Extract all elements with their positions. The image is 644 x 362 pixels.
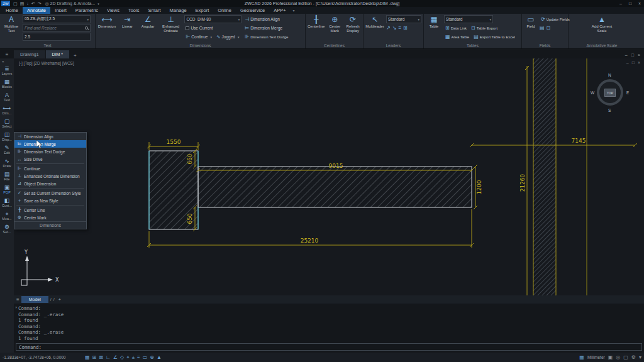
doc-close-button[interactable]: × xyxy=(638,53,640,57)
menu-item-center-mark[interactable]: ⊕ Center Mark xyxy=(14,214,86,221)
sidebar-item-customize[interactable]: ◧ Cust... xyxy=(0,195,14,209)
new-icon[interactable]: ▢ xyxy=(13,1,18,6)
jogged-button[interactable]: ∿ Jogged xyxy=(215,33,241,41)
layout-tab-icon[interactable]: / xyxy=(53,297,55,302)
drawing-canvas[interactable]: 1550 7145 9015 650 xyxy=(14,58,644,295)
dimension-text-dodge-button[interactable]: ⊪ Dimension Text Dodge xyxy=(243,33,303,41)
compass-top-face[interactable]: TOP xyxy=(604,89,616,97)
angular-button[interactable]: ∠ Angular xyxy=(138,15,157,42)
tab-online[interactable]: Online xyxy=(213,7,236,14)
osnap-icon[interactable]: ◇ xyxy=(120,354,124,361)
sidebar-item-select[interactable]: ▢ Select xyxy=(0,116,14,129)
command-close-icon[interactable]: × xyxy=(15,305,18,309)
remove-leader-icon[interactable]: ↘ xyxy=(392,25,397,31)
tab-app-plus[interactable]: APP+ xyxy=(269,7,290,14)
area-table-button[interactable]: ▦ Area Table xyxy=(444,33,470,41)
continue-button[interactable]: ⊩ Continue xyxy=(184,33,213,41)
tab-home[interactable]: Home xyxy=(1,7,23,14)
minimize-button[interactable]: – xyxy=(616,1,625,6)
sidebar-item-display[interactable]: ◫ Disp... xyxy=(0,129,14,143)
sidebar-item-draw[interactable]: ∿ Draw xyxy=(0,156,14,169)
text-height-input[interactable]: 2.5 xyxy=(23,33,91,41)
ortho-icon[interactable]: ∟ xyxy=(106,354,111,361)
doc-maximize-button[interactable]: □ xyxy=(631,53,634,57)
command-input[interactable]: Command: xyxy=(16,343,642,351)
field-button[interactable]: ▭ Field xyxy=(524,15,538,42)
layout-menu-icon[interactable]: ≡ xyxy=(16,297,19,302)
hamburger-menu-icon[interactable]: ≡ xyxy=(0,52,14,58)
use-current-checkbox[interactable]: Use Current xyxy=(184,24,242,32)
sidebar-item-edit[interactable]: ✎ Edit xyxy=(0,143,14,156)
tab-export[interactable]: Export xyxy=(191,7,214,14)
doc-tab-dim[interactable]: DIM * xyxy=(46,50,70,58)
undo-icon[interactable]: ↶ xyxy=(31,1,35,6)
menu-item-size-drive[interactable]: ↔ Size Drive xyxy=(14,155,86,163)
centerline-button[interactable]: ╂ Centerline xyxy=(308,15,325,42)
field-sync-icon[interactable]: ⊡ xyxy=(547,25,551,31)
find-replace-input[interactable]: Find and Replace xyxy=(23,24,91,32)
cycle-icon[interactable]: ⊕ xyxy=(150,354,154,361)
menu-item-continue[interactable]: ⊩ Continue xyxy=(14,165,86,172)
sidebar-item-layers[interactable]: ≣ Layers xyxy=(0,63,14,77)
sidebar-item-dim[interactable]: ⟷ Dim... xyxy=(0,103,14,116)
viewport-controls-label[interactable]: [-] [Top] [2D Wireframe] [WCS] xyxy=(19,61,74,65)
multiline-text-button[interactable]: A Multiline Text xyxy=(2,15,21,42)
tab-manage[interactable]: Manage xyxy=(165,7,191,14)
lineweight-icon[interactable]: ≡ xyxy=(137,354,140,361)
menu-item-object-dimension[interactable]: ⊿ Object Dimension xyxy=(14,180,86,187)
field-settings-icon[interactable]: ▤ xyxy=(540,25,545,31)
collect-leader-icon[interactable]: ⊞ xyxy=(403,25,408,31)
sidebar-item-settings[interactable]: ⚙ Set... xyxy=(0,222,14,235)
doc-minimize-button[interactable]: – xyxy=(625,53,628,57)
sidebar-item-text[interactable]: A Text xyxy=(0,90,14,103)
tab-tools[interactable]: Tools xyxy=(124,7,144,14)
dyn-input-icon[interactable]: ± xyxy=(132,354,135,361)
dimension-button[interactable]: ⟷ Dimension xyxy=(97,15,116,42)
app-logo[interactable]: ZW xyxy=(1,1,10,6)
sidebar-item-blocks[interactable]: ▦ Blocks xyxy=(0,77,14,90)
tab-parametric[interactable]: Parametric xyxy=(71,7,103,14)
viewport-maximize-icon[interactable]: □ xyxy=(632,60,635,65)
settings-icon[interactable]: ⚙ xyxy=(631,354,636,360)
new-tab-button[interactable]: + xyxy=(70,53,80,58)
drawing-viewport[interactable]: [-] [Top] [2D Wireframe] [WCS] – □ × xyxy=(14,58,644,295)
add-current-scale-button[interactable]: ▲ Add Current Scale xyxy=(588,15,616,42)
tab-annotate[interactable]: Annotate xyxy=(23,7,50,14)
menu-item-save-as-new-style[interactable]: + Save as New Style xyxy=(14,197,86,204)
data-link-button[interactable]: ⊞ Data Link xyxy=(444,24,468,32)
menu-item-enhanced-ordinate-dimension[interactable]: ⊥ Enhanced Ordinate Dimension xyxy=(14,172,86,180)
linear-button[interactable]: ⇥ Linear xyxy=(118,15,137,42)
export-table-excel-button[interactable]: ▤ Export Table to Excel xyxy=(472,33,516,41)
align-leader-icon[interactable]: ≡ xyxy=(398,25,401,31)
collapse-icon[interactable]: ▾ xyxy=(639,354,641,360)
menu-item-dimension-merge[interactable]: ⊨ Dimension Merge xyxy=(14,140,86,148)
dimension-align-button[interactable]: ⊣ Dimension Align xyxy=(243,15,303,23)
doc-tab-drawing1[interactable]: Drawing1 xyxy=(14,50,45,58)
workspace-switcher[interactable]: ◎ 2D Drafting & Annota... xyxy=(45,1,99,6)
add-layout-button[interactable]: + xyxy=(57,297,63,302)
isolate-icon[interactable]: ◎ xyxy=(616,354,620,360)
grid-icon[interactable]: ⊞ xyxy=(92,354,97,361)
compass-north[interactable]: N xyxy=(608,73,611,77)
maximize-button[interactable]: □ xyxy=(626,1,635,6)
tab-model[interactable]: Model xyxy=(21,296,48,303)
menu-item-set-current-dimension-style[interactable]: ✓ Set as Current Dimension Style xyxy=(14,189,86,197)
save-icon[interactable]: ↓ xyxy=(26,1,29,6)
layout-tab-icon[interactable]: / xyxy=(50,297,52,302)
annotation-icon[interactable]: ▲ xyxy=(157,354,162,361)
table-button[interactable]: ▦ Table xyxy=(426,15,442,42)
close-button[interactable]: × xyxy=(635,1,644,6)
snap-icon[interactable]: ⊠ xyxy=(99,354,103,361)
text-style-select[interactable]: 05.ZS-内部注2.5 xyxy=(23,15,91,23)
ribbon-collapse-icon[interactable]: ▾ xyxy=(293,7,295,14)
clean-screen-icon[interactable]: ▢ xyxy=(623,354,628,360)
tab-views[interactable]: Views xyxy=(103,7,124,14)
model-toggle-icon[interactable]: ▦ xyxy=(85,354,90,361)
dim-style-select[interactable]: CCD_DIM-80 xyxy=(184,15,242,23)
beam-entity[interactable] xyxy=(149,151,472,229)
ucs-icon[interactable] xyxy=(21,256,53,285)
menu-item-center-line[interactable]: ╂ Center Line xyxy=(14,206,86,214)
multileader-button[interactable]: ↖ Multileader xyxy=(365,15,384,42)
add-leader-icon[interactable]: ↗ xyxy=(386,25,391,31)
refresh-display-button[interactable]: ⟳ Refresh Display xyxy=(345,15,361,42)
